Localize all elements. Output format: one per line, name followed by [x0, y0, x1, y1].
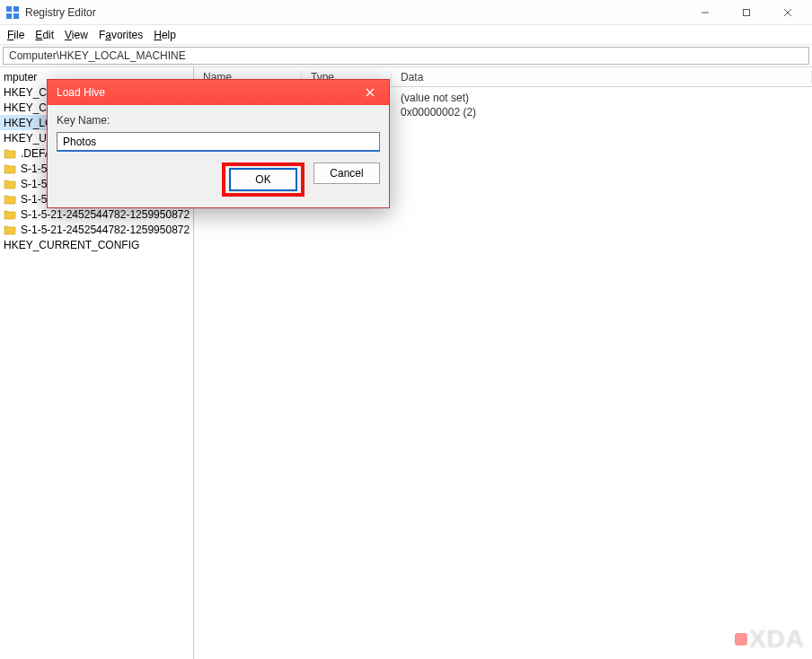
menu-help[interactable]: Help [154, 29, 176, 41]
menubar: File Edit View Favorites Help [0, 25, 812, 45]
svg-rect-3 [13, 13, 19, 19]
ok-highlight-box: OK [222, 163, 304, 197]
svg-rect-2 [6, 13, 12, 19]
tree-item-label: HKEY_CURRENT_CONFIG [4, 239, 139, 251]
folder-icon [4, 224, 16, 235]
minimize-button[interactable] [684, 0, 726, 25]
svg-rect-0 [6, 6, 12, 12]
menu-view[interactable]: View [65, 29, 88, 41]
tree-item-label: S-1-5-21-2452544782-1259950872-123 [21, 224, 190, 236]
folder-icon [4, 163, 16, 174]
address-bar[interactable]: Computer\HKEY_LOCAL_MACHINE [3, 47, 809, 65]
folder-icon [4, 148, 16, 159]
cell-data: (value not set) [392, 92, 812, 104]
key-name-label: Key Name: [57, 114, 380, 127]
maximize-button[interactable] [726, 0, 767, 25]
svg-rect-5 [744, 9, 750, 15]
tree-item-label: mputer [4, 71, 37, 83]
cell-data: 0x00000002 (2) [392, 106, 812, 119]
tree-item-label: S-1-5-21-2452544782-1259950872-123 [21, 208, 190, 221]
dialog-close-button[interactable] [351, 80, 389, 105]
tree-item[interactable]: S-1-5-21-2452544782-1259950872-123 [0, 206, 193, 222]
titlebar: Registry Editor [0, 0, 812, 25]
menu-favorites[interactable]: Favorites [99, 29, 143, 41]
ok-button[interactable]: OK [230, 169, 296, 190]
window-title: Registry Editor [25, 6, 96, 19]
cancel-button[interactable]: Cancel [313, 163, 380, 184]
key-name-input[interactable] [57, 132, 380, 152]
close-button[interactable] [767, 0, 808, 25]
menu-file[interactable]: File [7, 29, 24, 41]
menu-edit[interactable]: Edit [35, 29, 54, 41]
column-data[interactable]: Data [392, 71, 812, 83]
dialog-buttons: OK Cancel [48, 152, 389, 207]
tree-item[interactable]: S-1-5-21-2452544782-1259950872-123 [0, 222, 193, 237]
svg-rect-1 [13, 6, 19, 12]
regedit-icon [5, 5, 20, 20]
dialog-titlebar: Load Hive [48, 80, 389, 105]
load-hive-dialog: Load Hive Key Name: OK Cancel [47, 79, 390, 208]
folder-icon [4, 209, 16, 220]
window-controls [684, 0, 808, 25]
dialog-body: Key Name: [48, 105, 389, 152]
folder-icon [4, 179, 16, 189]
folder-icon [4, 194, 16, 205]
dialog-title: Load Hive [57, 86, 105, 99]
tree-item[interactable]: HKEY_CURRENT_CONFIG [0, 237, 193, 252]
